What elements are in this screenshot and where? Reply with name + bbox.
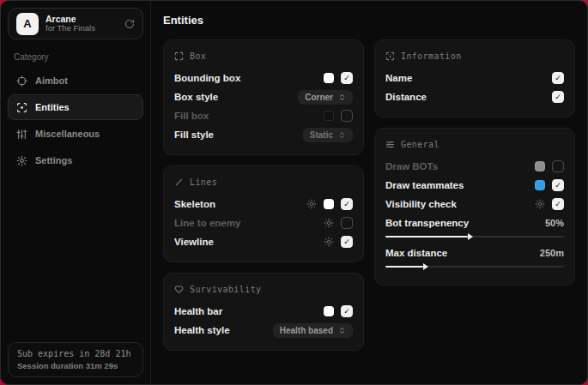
row-distance: Distance	[385, 87, 564, 106]
setting-label: Bounding box	[174, 73, 240, 83]
panel-lines: Lines Skeleton Line to enemy	[163, 165, 364, 262]
box-select-icon	[174, 51, 184, 61]
setting-label: Distance	[385, 92, 427, 102]
bounding-box-checkbox[interactable]	[341, 72, 353, 84]
sidebar-item-aimbot[interactable]: Aimbot	[8, 68, 143, 93]
panel-title: Lines	[190, 177, 217, 187]
setting-label: Box style	[174, 92, 218, 102]
line-to-enemy-checkbox[interactable]	[341, 217, 353, 229]
sidebar-item-label: Miscellaneous	[35, 129, 100, 139]
panel-title: Box	[190, 51, 206, 61]
app-window: A Arcane for The Finals Category Aimbot	[0, 0, 588, 385]
sidebar-item-entities[interactable]: Entities	[8, 94, 143, 120]
scan-eye-icon	[16, 102, 27, 113]
panel-title: Information	[401, 51, 462, 61]
fill-box-checkbox[interactable]	[341, 110, 353, 122]
chevrons-up-down-icon	[338, 327, 346, 334]
setting-label: Max distance	[385, 248, 447, 258]
health-style-select[interactable]: Health based	[273, 323, 353, 338]
crosshair-icon	[16, 75, 27, 87]
setting-label: Visibility check	[385, 199, 457, 209]
chevrons-up-down-icon	[338, 131, 346, 139]
color-swatch[interactable]	[324, 111, 334, 121]
sliders-vertical-icon	[16, 129, 27, 140]
select-value: Health based	[280, 326, 333, 335]
page-title: Entities	[163, 14, 575, 27]
row-health-style: Health style Health based	[174, 321, 353, 340]
viewline-settings-gear-icon[interactable]	[324, 237, 334, 247]
row-fill-box: Fill box	[174, 106, 353, 125]
setting-label: Bot transpenency	[385, 218, 469, 228]
color-swatch[interactable]	[324, 73, 334, 83]
sidebar-item-label: Entities	[35, 102, 70, 112]
row-line-to-enemy: Line to enemy	[174, 214, 353, 232]
panel-general: General Draw BOTs Draw teammates	[374, 128, 575, 286]
main-content: Entities Box Bounding box	[151, 1, 587, 384]
setting-label: Draw teammates	[385, 180, 464, 190]
fill-style-select[interactable]: Static	[303, 128, 353, 142]
distance-checkbox[interactable]	[552, 91, 564, 103]
panel-title: Survivability	[190, 285, 261, 294]
visibility-settings-gear-icon[interactable]	[535, 199, 545, 209]
setting-label: Viewline	[174, 237, 214, 247]
panel-title: General	[401, 140, 439, 149]
sidebar-item-label: Settings	[35, 155, 72, 165]
draw-bots-checkbox[interactable]	[552, 160, 564, 172]
app-logo: A	[16, 13, 39, 35]
gear-icon	[16, 155, 27, 166]
session-duration: Session duration 31m 29s	[17, 361, 134, 370]
skeleton-checkbox[interactable]	[341, 198, 353, 210]
refresh-icon[interactable]	[124, 19, 135, 29]
visibility-check-checkbox[interactable]	[552, 198, 564, 210]
color-swatch[interactable]	[535, 180, 545, 190]
setting-label: Line to enemy	[174, 218, 240, 228]
select-value: Static	[310, 130, 333, 140]
skeleton-settings-gear-icon[interactable]	[306, 199, 317, 209]
sidebar-item-miscellaneous[interactable]: Miscellaneous	[8, 121, 143, 147]
draw-teammates-checkbox[interactable]	[552, 179, 564, 191]
color-swatch[interactable]	[324, 199, 334, 209]
bot-transparency-value: 50%	[545, 218, 564, 228]
select-value: Corner	[305, 93, 333, 102]
sliders-horizontal-icon	[385, 140, 395, 149]
row-name: Name	[385, 69, 564, 87]
panel-information: Information Name Distance	[374, 39, 575, 117]
row-visibility-check: Visibility check	[385, 195, 564, 214]
sidebar-item-settings[interactable]: Settings	[8, 147, 143, 173]
heart-pulse-icon	[174, 285, 184, 294]
sidebar-item-label: Aimbot	[35, 75, 68, 86]
app-subtitle: for The Finals	[45, 24, 95, 33]
color-swatch[interactable]	[324, 306, 334, 316]
row-max-distance: Max distance 250m	[385, 244, 564, 268]
name-checkbox[interactable]	[552, 72, 564, 84]
setting-label: Skeleton	[174, 199, 215, 209]
setting-label: Fill box	[174, 111, 209, 121]
row-draw-bots: Draw BOTs	[385, 157, 564, 176]
app-logo-card: A Arcane for The Finals	[8, 8, 143, 39]
panel-box: Box Bounding box Box style Corner	[163, 39, 364, 155]
health-bar-checkbox[interactable]	[341, 305, 353, 317]
line-to-enemy-settings-gear-icon[interactable]	[324, 218, 334, 228]
subscription-card: Sub expires in 28d 21h Session duration …	[8, 342, 143, 377]
row-viewline: Viewline	[174, 232, 353, 251]
slider-fill[interactable]	[385, 266, 423, 268]
row-box-style: Box style Corner	[174, 87, 353, 106]
panel-survivability: Survivability Health bar Health style He…	[163, 273, 364, 351]
category-label: Category	[14, 52, 143, 62]
slider-fill[interactable]	[385, 236, 468, 238]
row-draw-teammates: Draw teammates	[385, 176, 564, 195]
bot-transparency-slider[interactable]	[385, 236, 564, 238]
max-distance-slider[interactable]	[385, 266, 564, 268]
box-style-select[interactable]: Corner	[298, 90, 353, 105]
color-swatch[interactable]	[535, 161, 545, 171]
setting-label: Health style	[174, 325, 230, 335]
row-health-bar: Health bar	[174, 302, 353, 321]
sidebar: A Arcane for The Finals Category Aimbot	[1, 1, 151, 384]
setting-label: Name	[385, 73, 412, 83]
viewline-checkbox[interactable]	[341, 236, 353, 248]
setting-label: Fill style	[174, 129, 214, 140]
subscription-expiry: Sub expires in 28d 21h	[17, 349, 134, 358]
setting-label: Draw BOTs	[385, 161, 438, 171]
row-skeleton: Skeleton	[174, 195, 353, 214]
max-distance-value: 250m	[540, 248, 564, 258]
